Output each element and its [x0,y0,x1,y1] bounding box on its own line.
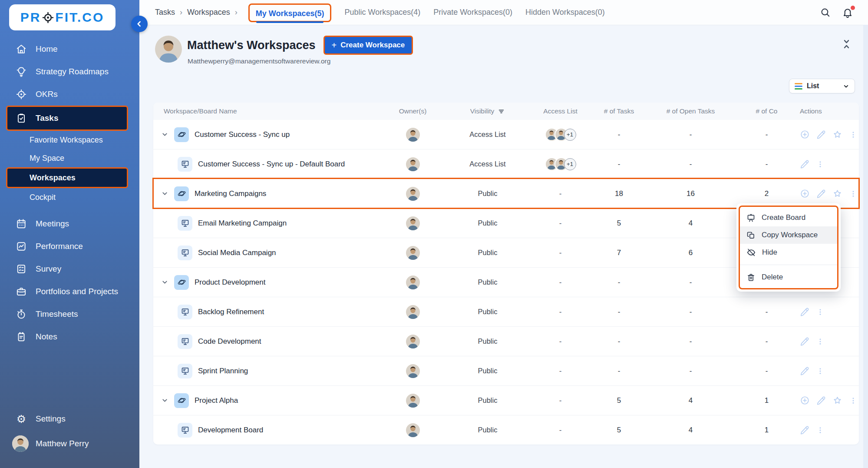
more-options-icon[interactable] [816,367,825,375]
owner-avatar[interactable] [406,364,420,378]
board-row[interactable]: Development BoardPublic-541 [153,415,859,445]
tab-private-workspaces[interactable]: Private Workspaces(0) [433,8,512,17]
more-options-icon[interactable] [849,130,858,139]
menu-divider [740,265,837,265]
access-avatar-group[interactable]: +1 [545,128,576,142]
tab-my-workspaces[interactable]: My Workspaces(5) [256,9,324,23]
access-avatar-group[interactable]: +1 [545,157,576,171]
menu-item-copy-workspace[interactable]: Copy Workspace [740,226,837,244]
edit-icon[interactable] [816,130,826,139]
collapse-panel-icon[interactable] [839,37,854,52]
more-options-icon[interactable] [816,426,825,435]
sidebar-user-profile[interactable]: Matthew Perry [0,432,139,455]
sidebar-item-performance[interactable]: Performance [0,235,139,258]
more-options-icon[interactable] [816,337,825,346]
owner-avatar[interactable] [406,157,420,171]
row-name-label[interactable]: Sprint Planning [198,367,248,375]
sidebar-item-workspaces[interactable]: Workspaces [6,167,128,188]
sidebar-item-timesheets[interactable]: Timesheets [0,303,139,325]
plus-circle-icon[interactable] [800,129,810,139]
row-name-label[interactable]: Customer Success - Sync up - Default Boa… [198,160,345,169]
expand-chevron-icon[interactable] [161,190,168,197]
row-name-label[interactable]: Backlog Refinement [198,308,264,316]
menu-item-delete[interactable]: Delete [740,269,837,286]
breadcrumb-workspaces[interactable]: Workspaces [187,8,230,17]
row-name-label[interactable]: Customer Success - Sync up [195,130,290,139]
open-tasks-count-cell: 4 [642,219,739,228]
row-name-label[interactable]: Social Media Campaign [198,249,276,257]
board-row[interactable]: Code DevelopmentPublic---- [153,326,859,356]
edit-icon[interactable] [800,425,809,435]
star-icon[interactable] [832,395,842,405]
edit-icon[interactable] [816,189,826,199]
edit-icon[interactable] [800,307,809,317]
star-icon[interactable] [832,189,842,199]
owner-avatar[interactable] [406,305,420,319]
expand-chevron-icon[interactable] [161,279,168,286]
board-row[interactable]: Customer Success - Sync up - Default Boa… [153,149,859,179]
edit-icon[interactable] [800,337,809,346]
row-name-cell: Customer Success - Sync up - Default Boa… [153,157,375,172]
create-workspace-button[interactable]: + Create Workspace [323,36,413,55]
more-options-icon[interactable] [849,396,858,405]
board-row[interactable]: Sprint PlanningPublic---- [153,356,859,385]
sidebar-item-my-space[interactable]: My Space [0,149,139,167]
menu-item-create-board[interactable]: Create Board [740,209,837,226]
sidebar-item-portfolios-projects[interactable]: Portfolios and Projects [0,280,139,303]
workspace-row[interactable]: Customer Success - Sync upAccess List+1-… [153,120,859,149]
sidebar-item-cockpit[interactable]: Cockpit [0,188,139,206]
sidebar-item-settings[interactable]: ⚙ Settings [0,408,139,430]
visibility-cell: Public [451,396,525,405]
owner-avatar[interactable] [406,335,420,349]
menu-item-hide[interactable]: Hide [740,244,837,261]
sidebar-item-survey[interactable]: Survey [0,258,139,280]
sidebar-item-home[interactable]: Home [0,38,139,60]
sidebar-collapse-button[interactable] [131,16,148,32]
expand-chevron-icon[interactable] [161,131,168,138]
tab-public-workspaces[interactable]: Public Workspaces(4) [344,8,420,17]
breadcrumb-tasks[interactable]: Tasks [155,8,175,17]
owner-avatar[interactable] [406,394,420,408]
expand-chevron-icon[interactable] [161,397,168,404]
edit-icon[interactable] [800,159,809,169]
target-logo-icon [42,12,54,23]
row-name-label[interactable]: Email Marketing Campaign [198,219,287,228]
owner-avatar[interactable] [406,423,420,437]
scrollbar-track[interactable] [863,25,868,468]
sidebar-item-okrs[interactable]: OKRs [0,83,139,106]
notifications-bell-icon[interactable] [842,7,853,18]
avatar-overflow-badge[interactable]: +1 [564,129,576,141]
sidebar-item-strategy-roadmaps[interactable]: Strategy Roadmaps [0,60,139,83]
row-name-label[interactable]: Marketing Campaigns [195,189,266,198]
avatar-overflow-badge[interactable]: +1 [564,158,576,170]
edit-icon[interactable] [800,366,809,376]
sidebar-item-meetings[interactable]: Meetings [0,212,139,235]
filter-icon[interactable] [498,108,505,115]
workspace-row[interactable]: Project AlphaPublic-541 [153,385,859,415]
owner-avatar[interactable] [406,275,420,289]
owner-avatar[interactable] [406,187,420,201]
more-options-icon[interactable] [816,160,825,169]
view-switcher-label: List [807,82,819,90]
more-options-icon[interactable] [816,308,825,316]
row-name-label[interactable]: Code Development [198,337,261,346]
sidebar-item-favorite-workspaces[interactable]: Favorite Workspaces [0,131,139,149]
row-name-label[interactable]: Project Alpha [195,396,238,405]
owner-avatar[interactable] [406,128,420,142]
row-name-label[interactable]: Product Development [195,278,265,287]
brand-logo[interactable]: PR FIT.CO [9,4,116,30]
owner-avatar[interactable] [406,246,420,260]
row-name-label[interactable]: Development Board [198,426,263,435]
plus-circle-icon[interactable] [800,189,810,199]
edit-icon[interactable] [816,396,826,405]
tab-hidden-workspaces[interactable]: Hidden Workspaces(0) [525,8,605,17]
owner-avatar[interactable] [406,216,420,230]
star-icon[interactable] [832,129,842,139]
more-options-icon[interactable] [849,189,858,198]
sidebar-item-notes[interactable]: Notes [0,325,139,348]
view-switcher-dropdown[interactable]: List [789,79,855,93]
plus-circle-icon[interactable] [800,395,810,405]
sidebar-item-tasks[interactable]: Tasks [6,106,128,131]
search-icon[interactable] [820,7,831,18]
board-row[interactable]: Backlog RefinementPublic---- [153,297,859,326]
